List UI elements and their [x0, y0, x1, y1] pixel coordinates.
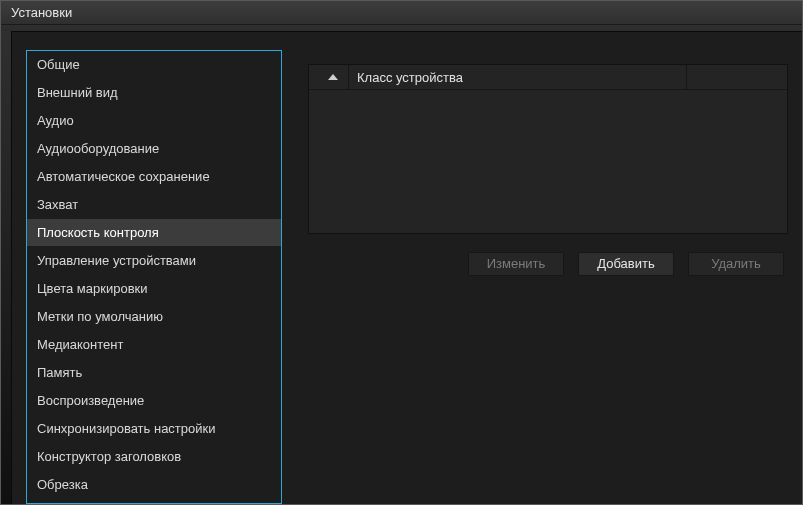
settings-sidebar[interactable]: ОбщиеВнешний видАудиоАудиооборудованиеАв… — [26, 50, 282, 504]
edit-button[interactable]: Изменить — [468, 252, 564, 276]
window-title: Установки — [11, 5, 72, 20]
sidebar-item-label: Захват — [37, 197, 78, 212]
column-sort[interactable] — [309, 65, 349, 89]
sidebar-item-label: Общие — [37, 57, 80, 72]
left-strip — [1, 31, 11, 504]
sidebar-item[interactable]: Обрезка — [27, 471, 281, 499]
sidebar-item[interactable]: Захват — [27, 191, 281, 219]
column-spacer — [687, 65, 787, 89]
sidebar-item[interactable]: Цвета маркировки — [27, 275, 281, 303]
sidebar-item-label: Плоскость контроля — [37, 225, 159, 240]
sidebar-item-label: Цвета маркировки — [37, 281, 148, 296]
column-device-class[interactable]: Класс устройства — [349, 65, 687, 89]
settings-window: Установки ОбщиеВнешний видАудиоАудиообор… — [0, 0, 803, 505]
sidebar-item[interactable]: Медиаконтент — [27, 331, 281, 359]
sidebar-item-label: Память — [37, 365, 82, 380]
table-header: Класс устройства — [309, 65, 787, 89]
sidebar-item[interactable]: Конструктор заголовков — [27, 443, 281, 471]
device-table: Класс устройства — [308, 64, 788, 234]
column-device-class-label: Класс устройства — [357, 70, 463, 85]
delete-button[interactable]: Удалить — [688, 252, 784, 276]
sidebar-item[interactable]: Аудио — [27, 107, 281, 135]
sidebar-item[interactable]: Метки по умолчанию — [27, 303, 281, 331]
sidebar-item-label: Воспроизведение — [37, 393, 144, 408]
sidebar-item-label: Внешний вид — [37, 85, 118, 100]
titlebar: Установки — [1, 1, 802, 25]
sidebar-item[interactable]: Аудиооборудование — [27, 135, 281, 163]
sidebar-item[interactable]: Общие — [27, 51, 281, 79]
sidebar-item-label: Медиаконтент — [37, 337, 123, 352]
sidebar-item-label: Аудиооборудование — [37, 141, 159, 156]
sidebar-item[interactable]: Память — [27, 359, 281, 387]
sort-asc-icon — [328, 74, 338, 80]
sidebar-item[interactable]: Синхронизировать настройки — [27, 415, 281, 443]
sidebar-item[interactable]: Плоскость контроля — [27, 219, 281, 247]
button-row: Изменить Добавить Удалить — [308, 252, 788, 276]
add-button[interactable]: Добавить — [578, 252, 674, 276]
sidebar-item-label: Конструктор заголовков — [37, 449, 181, 464]
body-area: ОбщиеВнешний видАудиоАудиооборудованиеАв… — [11, 31, 802, 504]
sidebar-item[interactable]: Управление устройствами — [27, 247, 281, 275]
sidebar-item-label: Обрезка — [37, 477, 88, 492]
sidebar-item[interactable]: Внешний вид — [27, 79, 281, 107]
table-body[interactable] — [309, 89, 787, 233]
sidebar-item-label: Автоматическое сохранение — [37, 169, 210, 184]
content-panel: Класс устройства Изменить Добавить Удали… — [308, 50, 788, 504]
sidebar-item-label: Аудио — [37, 113, 74, 128]
sidebar-item-label: Синхронизировать настройки — [37, 421, 216, 436]
sidebar-item-label: Управление устройствами — [37, 253, 196, 268]
sidebar-item[interactable]: Воспроизведение — [27, 387, 281, 415]
sidebar-item[interactable]: Автоматическое сохранение — [27, 163, 281, 191]
sidebar-item-label: Метки по умолчанию — [37, 309, 163, 324]
